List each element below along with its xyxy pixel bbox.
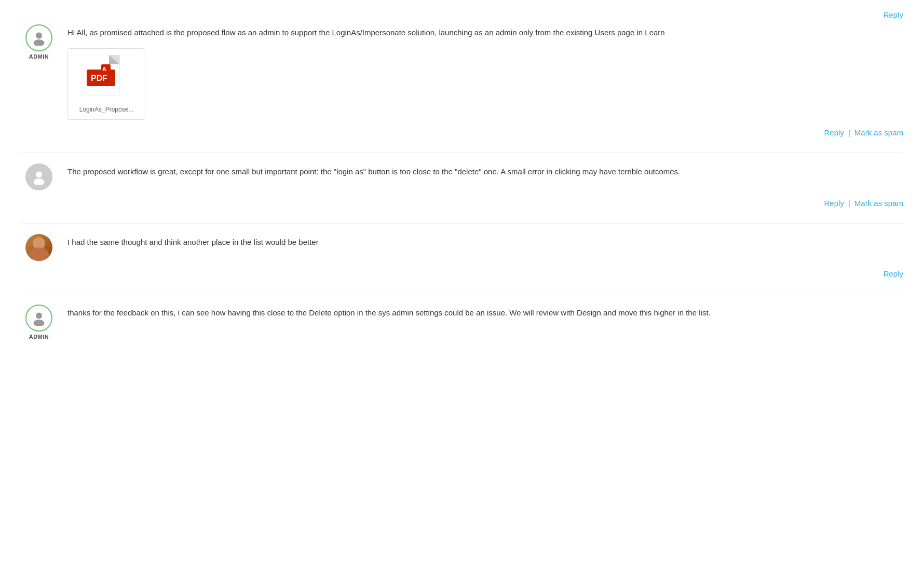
avatar-col: ADMIN (21, 305, 57, 340)
person-icon (31, 30, 47, 46)
person-icon (31, 169, 47, 185)
reply-button[interactable]: Reply (884, 269, 903, 278)
post-divider (21, 153, 903, 153)
mark-as-spam-button[interactable]: Mark as spam (854, 128, 903, 137)
svg-text:PDF: PDF (91, 74, 107, 82)
post-content-row: ADMIN Hi All, as promised attached is th… (21, 24, 903, 120)
post-content-row: ADMIN thanks for the feedback on this, i… (21, 305, 903, 340)
attachment-box[interactable]: PDF A LoginAs_Propose... (67, 48, 145, 120)
post-body: Hi All, as promised attached is the prop… (67, 24, 903, 120)
avatar-col: ADMIN (21, 24, 57, 60)
svg-point-12 (36, 313, 42, 319)
svg-point-1 (34, 39, 45, 46)
attachment-name: LoginAs_Propose... (74, 106, 139, 113)
actions-row: Reply|Mark as spam (21, 199, 903, 208)
svg-point-10 (36, 172, 42, 178)
attachment-area: PDF A LoginAs_Propose... (67, 48, 903, 120)
post-body: The proposed workflow is great, except f… (67, 163, 903, 178)
action-separator: | (848, 199, 850, 208)
post-content-row: I had the same thought and think another… (21, 234, 903, 261)
top-reply-button[interactable]: Reply (884, 10, 903, 19)
posts-container: ADMIN Hi All, as promised attached is th… (21, 24, 903, 340)
post: ADMIN thanks for the feedback on this, i… (21, 305, 903, 340)
pdf-svg: PDF A (86, 55, 127, 102)
person-icon (31, 310, 47, 326)
avatar (25, 24, 52, 51)
avatar-label: ADMIN (29, 53, 49, 60)
pdf-icon: PDF A (86, 55, 127, 102)
mark-as-spam-button[interactable]: Mark as spam (854, 199, 903, 208)
post-body: I had the same thought and think another… (67, 234, 903, 249)
avatar (25, 234, 52, 261)
post: The proposed workflow is great, except f… (21, 163, 903, 208)
reply-button[interactable]: Reply (824, 199, 844, 208)
post-divider (21, 294, 903, 294)
post-text: Hi All, as promised attached is the prop… (67, 26, 903, 39)
top-reply-row: Reply (21, 10, 903, 19)
post: ADMIN Hi All, as promised attached is th… (21, 24, 903, 137)
avatar-col (21, 234, 57, 261)
avatar-col (21, 163, 57, 190)
post-text: thanks for the feedback on this, i can s… (67, 307, 903, 319)
post-body: thanks for the feedback on this, i can s… (67, 305, 903, 319)
post-text: I had the same thought and think another… (67, 236, 903, 249)
actions-row: Reply (21, 269, 903, 278)
svg-point-0 (36, 33, 42, 39)
post-content-row: The proposed workflow is great, except f… (21, 163, 903, 190)
post-text: The proposed workflow is great, except f… (67, 166, 903, 178)
actions-row: Reply|Mark as spam (21, 128, 903, 137)
avatar-label: ADMIN (29, 334, 49, 340)
svg-text:A: A (102, 66, 106, 72)
svg-point-13 (34, 320, 45, 326)
avatar (25, 163, 52, 190)
avatar (25, 305, 52, 332)
post: I had the same thought and think another… (21, 234, 903, 278)
thread-container: Reply ADMIN Hi All, as promised attached… (21, 10, 903, 340)
action-separator: | (848, 128, 850, 137)
reply-button[interactable]: Reply (824, 128, 844, 137)
svg-point-11 (34, 178, 45, 185)
post-divider (21, 223, 903, 224)
